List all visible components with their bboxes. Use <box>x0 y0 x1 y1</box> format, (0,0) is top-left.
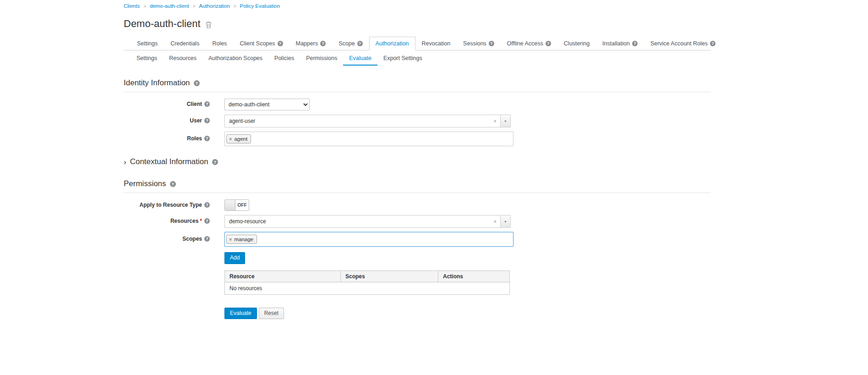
section-title: Contextual Information <box>130 157 208 166</box>
client-select[interactable]: demo-auth-client <box>224 99 310 110</box>
clear-icon[interactable]: × <box>490 215 500 227</box>
tab-client-scopes[interactable]: Client Scopes? <box>233 37 289 50</box>
toggle-state-label: OFF <box>235 200 249 210</box>
help-icon[interactable]: ? <box>546 41 551 46</box>
help-icon[interactable]: ? <box>204 118 210 123</box>
breadcrumb-link-clients[interactable]: Clients <box>124 3 140 9</box>
tab-label: Client Scopes <box>240 40 275 47</box>
toggle-handle <box>225 200 235 210</box>
client-label: Client? <box>124 101 210 108</box>
subtab-settings[interactable]: Settings <box>131 50 163 66</box>
subtab-export-settings[interactable]: Export Settings <box>377 50 428 66</box>
role-tag: × agent <box>226 134 251 143</box>
tab-label: Scope <box>338 40 355 47</box>
tag-label: manage <box>234 236 253 243</box>
scope-tag: × manage <box>226 235 257 244</box>
user-dropdown-toggle[interactable]: ▾ <box>500 115 510 127</box>
help-icon[interactable]: ? <box>710 41 715 46</box>
user-form-group: User? agent-user × ▾ <box>124 115 711 127</box>
tab-offline-access[interactable]: Offline Access? <box>501 37 557 50</box>
resources-combobox-value[interactable]: demo-resource <box>225 215 490 227</box>
delete-client-icon[interactable] <box>205 21 212 28</box>
resources-label: Resources*? <box>124 218 210 225</box>
scopes-form-group: Scopes? × manage <box>124 232 711 247</box>
tab-label: Clustering <box>564 40 590 47</box>
help-icon[interactable]: ? <box>170 181 176 187</box>
scopes-tag-input[interactable]: × manage <box>224 232 513 247</box>
policy-evaluation-page: Clients > demo-auth-client > Authorizati… <box>124 0 711 319</box>
tab-scope[interactable]: Scope? <box>332 37 369 50</box>
tab-settings[interactable]: Settings <box>131 37 164 50</box>
help-icon[interactable]: ? <box>489 41 494 46</box>
caret-down-icon: ▾ <box>504 119 506 123</box>
subtab-resources[interactable]: Resources <box>163 50 202 66</box>
help-icon[interactable]: ? <box>320 41 326 46</box>
add-button[interactable]: Add <box>224 252 245 264</box>
section-title: Permissions <box>124 179 166 188</box>
remove-tag-icon[interactable]: × <box>229 237 232 242</box>
client-form-group: Client? demo-auth-client <box>124 99 711 110</box>
help-icon[interactable]: ? <box>204 202 210 208</box>
contextual-information-toggle[interactable]: › Contextual Information ? <box>124 157 711 166</box>
reset-button[interactable]: Reset <box>259 308 284 320</box>
permissions-heading: Permissions ? <box>124 179 711 193</box>
tab-mappers[interactable]: Mappers? <box>289 37 333 50</box>
main-tabs: Settings Credentials Roles Client Scopes… <box>124 37 711 50</box>
tab-sessions[interactable]: Sessions? <box>457 37 501 50</box>
subtab-policies[interactable]: Policies <box>268 50 300 66</box>
resources-table: Resource Scopes Actions No resources <box>224 270 510 295</box>
resources-dropdown-toggle[interactable]: ▾ <box>500 215 510 227</box>
required-marker: * <box>200 218 202 224</box>
help-icon[interactable]: ? <box>204 236 210 242</box>
subtab-authorization-scopes[interactable]: Authorization Scopes <box>202 50 268 66</box>
table-row: No resources <box>225 282 510 294</box>
chevron-right-icon: › <box>124 158 126 166</box>
clear-icon[interactable]: × <box>490 115 500 127</box>
apply-to-resource-type-group: Apply to Resource Type? OFF <box>124 199 711 211</box>
tab-authorization[interactable]: Authorization <box>369 37 415 50</box>
help-icon[interactable]: ? <box>194 80 200 86</box>
breadcrumb-link-authorization[interactable]: Authorization <box>199 3 230 9</box>
breadcrumb: Clients > demo-auth-client > Authorizati… <box>124 3 711 9</box>
label-text: User <box>190 117 202 124</box>
help-icon[interactable]: ? <box>204 218 210 224</box>
label-text: Resources <box>170 218 198 224</box>
authorization-sub-tabs: Settings Resources Authorization Scopes … <box>124 50 711 66</box>
tab-service-account-roles[interactable]: Service Account Roles? <box>644 37 722 50</box>
label-text: Roles <box>187 135 202 142</box>
tab-label: Offline Access <box>507 40 543 47</box>
help-icon[interactable]: ? <box>204 136 210 141</box>
tab-label: Credentials <box>170 40 199 47</box>
apply-to-resource-type-label: Apply to Resource Type? <box>124 202 210 209</box>
remove-tag-icon[interactable]: × <box>229 137 232 142</box>
breadcrumb-separator-icon: > <box>193 4 196 9</box>
help-icon[interactable]: ? <box>212 159 218 165</box>
column-header-scopes: Scopes <box>341 270 438 282</box>
identity-form: Client? demo-auth-client User? agent-use… <box>124 99 711 146</box>
tab-installation[interactable]: Installation? <box>596 37 644 50</box>
tab-revocation[interactable]: Revocation <box>415 37 457 50</box>
roles-tag-input[interactable]: × agent <box>224 132 513 146</box>
tab-label: Installation <box>602 40 630 47</box>
apply-to-resource-type-toggle[interactable]: OFF <box>224 199 249 211</box>
user-label: User? <box>124 117 210 125</box>
help-icon[interactable]: ? <box>632 41 638 46</box>
resources-combobox: demo-resource × ▾ <box>224 215 511 228</box>
resources-form-group: Resources*? demo-resource × ▾ <box>124 215 711 228</box>
tab-clustering[interactable]: Clustering <box>557 37 596 50</box>
help-icon[interactable]: ? <box>357 41 363 46</box>
subtab-evaluate[interactable]: Evaluate <box>343 50 377 66</box>
permissions-form: Apply to Resource Type? OFF Resources*? … <box>124 199 711 319</box>
subtab-permissions[interactable]: Permissions <box>300 50 343 66</box>
help-icon[interactable]: ? <box>204 101 210 107</box>
tab-label: Revocation <box>422 40 451 47</box>
help-icon[interactable]: ? <box>278 41 283 46</box>
user-combobox-value[interactable]: agent-user <box>225 115 490 127</box>
column-header-resource: Resource <box>225 270 341 282</box>
tab-roles[interactable]: Roles <box>206 37 233 50</box>
breadcrumb-link-demo-auth-client[interactable]: demo-auth-client <box>150 3 189 9</box>
breadcrumb-link-policy-evaluation[interactable]: Policy Evaluation <box>240 3 280 9</box>
breadcrumb-separator-icon: > <box>143 4 146 9</box>
evaluate-button[interactable]: Evaluate <box>224 308 257 320</box>
tab-credentials[interactable]: Credentials <box>164 37 206 50</box>
